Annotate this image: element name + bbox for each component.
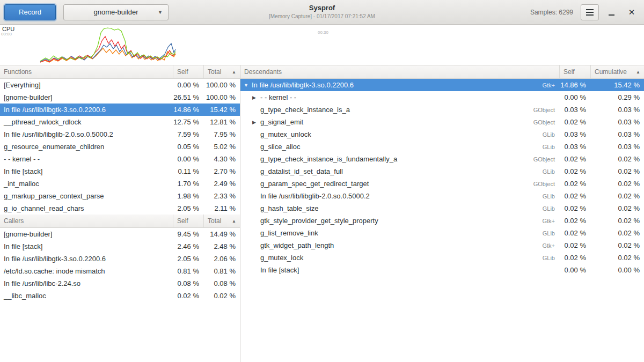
library-tag: GLib [543,255,559,261]
table-row[interactable]: /etc/ld.so.cache: inode mismatch0.81 %0.… [0,265,240,277]
table-row[interactable]: g_type_check_instance_is_aGObject0.03 %0… [240,104,644,116]
function-name-cell: [gnome-builder] [0,230,173,238]
table-row[interactable]: In file /usr/lib/libglib-2.0.so.0.5000.2… [240,190,644,202]
close-button[interactable]: ✕ [624,4,640,20]
self-value-cell: 0.02 % [559,167,590,175]
table-row[interactable]: In file /usr/lib/libc-2.24.so0.08 %0.08 … [0,277,240,290]
table-row[interactable]: In file /usr/lib/libgtk-3.so.0.2200.62.0… [0,253,240,265]
table-row[interactable]: [gnome-builder]9.45 %14.49 % [0,228,240,240]
table-row[interactable]: In file [stack]0.11 %2.70 % [0,165,240,178]
self-value-cell: 0.02 % [559,180,590,188]
cpu-series-red [40,36,175,62]
table-row[interactable]: gtk_widget_path_lengthGtk+0.02 %0.02 % [240,239,644,252]
table-row[interactable]: g_list_remove_linkGLib0.02 %0.02 % [240,227,644,239]
table-row[interactable]: g_datalist_id_set_data_fullGLib0.02 %0.0… [240,165,644,178]
function-name-cell: /etc/ld.so.cache: inode mismatch [0,267,173,275]
self-value-cell: 0.08 % [173,279,203,287]
cumulative-value-cell: 0.02 % [590,204,644,212]
function-name-cell: g_datalist_id_set_data_fullGLib [240,167,559,175]
table-row[interactable]: [gnome-builder]26.51 %100.00 % [0,91,240,104]
descendants-column-header[interactable]: Descendants [240,65,559,78]
expander-collapsed-icon[interactable]: ▶ [252,120,260,125]
time-tick-start: 00:00 [1,32,12,36]
cumulative-value-cell: 0.03 % [590,106,644,114]
descendants-row-list: ▼In file /usr/lib/libgtk-3.so.0.2200.6Gt… [240,79,644,276]
library-tag: GLib [543,131,559,138]
self-value-cell: 1.98 % [173,192,203,200]
header-bar: Record gnome-builder ▼ Sysprof [Memory C… [0,0,644,25]
expander-collapsed-icon[interactable]: ▶ [252,95,260,100]
table-row[interactable]: g_io_channel_read_chars2.05 %2.11 % [0,202,240,215]
hamburger-icon [586,9,594,16]
callers-column-header[interactable]: Callers [0,215,173,227]
total-value-cell: 2.70 % [203,167,240,175]
table-row[interactable]: _int_malloc1.70 %2.49 % [0,178,240,190]
function-name-cell: ▼In file /usr/lib/libgtk-3.so.0.2200.6Gt… [240,81,559,89]
self-column-header[interactable]: Self [173,215,203,227]
self-value-cell: 9.45 % [173,230,203,238]
table-row[interactable]: ▶g_signal_emitGObject0.02 %0.03 % [240,116,644,128]
function-name-cell: g_slice_allocGLib [240,143,559,151]
function-name-cell: g_type_check_instance_is_fundamentally_a… [240,155,559,163]
table-row[interactable]: - - kernel - -0.00 %4.30 % [0,153,240,165]
function-name-cell: g_markup_parse_context_parse [0,192,173,200]
self-column-header[interactable]: Self [559,65,590,78]
sort-indicator-icon: ▲ [232,219,236,224]
functions-row-list: [Everything]0.00 %100.00 %[gnome-builder… [0,79,240,215]
self-column-header[interactable]: Self [173,65,203,78]
self-value-cell: 0.11 % [173,167,203,175]
functions-column-header[interactable]: Functions [0,65,173,78]
table-row[interactable]: g_type_check_instance_is_fundamentally_a… [240,153,644,165]
table-row[interactable]: ▼In file /usr/lib/libgtk-3.so.0.2200.6Gt… [240,79,644,91]
menu-button[interactable] [581,4,599,20]
table-row[interactable]: ▶- - kernel - -0.00 %0.29 % [240,91,644,104]
function-name-cell: [gnome-builder] [0,93,173,101]
table-row[interactable]: g_slice_allocGLib0.03 %0.03 % [240,141,644,153]
table-row[interactable]: g_resource_enumerate_children0.05 %5.02 … [0,141,240,153]
total-column-header[interactable]: Total ▲ [203,215,240,227]
cumulative-value-cell: 0.03 % [590,130,644,138]
table-row[interactable]: In file /usr/lib/libgtk-3.so.0.2200.614.… [0,104,240,116]
function-name-cell: ▶g_signal_emitGObject [240,118,559,126]
total-value-cell: 2.48 % [203,242,240,250]
minimize-button[interactable] [603,4,619,20]
table-row[interactable]: [Everything]0.00 %100.00 % [0,79,240,91]
table-row[interactable]: g_mutex_unlockGLib0.03 %0.03 % [240,128,644,141]
self-value-cell: 14.86 % [173,106,203,114]
cpu-timeline[interactable]: CPU 00:00 00:30 [0,25,644,65]
table-row[interactable]: gtk_style_provider_get_style_propertyGtk… [240,215,644,227]
table-row[interactable]: g_param_spec_get_redirect_targetGObject0… [240,178,644,190]
record-button[interactable]: Record [4,4,56,20]
self-value-cell: 14.86 % [559,81,590,89]
self-value-cell: 0.00 % [173,81,203,89]
total-value-cell: 12.81 % [203,118,240,126]
table-row[interactable]: g_markup_parse_context_parse1.98 %2.33 % [0,190,240,202]
self-value-cell: 0.02 % [559,118,590,126]
table-row[interactable]: __pthread_rwlock_rdlock12.75 %12.81 % [0,116,240,128]
process-selector-dropdown[interactable]: gnome-builder ▼ [63,4,169,20]
function-name-cell: In file /usr/lib/libglib-2.0.so.0.5000.2 [0,130,173,138]
table-row[interactable]: g_hash_table_sizeGLib0.02 %0.02 % [240,202,644,215]
cumulative-value-cell: 0.03 % [590,118,644,126]
cumulative-column-header[interactable]: Cumulative ▲ [590,65,644,78]
table-row[interactable]: __libc_malloc0.02 %0.02 % [0,290,240,302]
self-value-cell: 0.02 % [559,217,590,225]
total-value-cell: 0.08 % [203,279,240,287]
self-value-cell: 0.00 % [173,155,203,163]
function-name-cell: In file /usr/lib/libc-2.24.so [0,279,173,287]
table-row[interactable]: In file [stack]2.46 %2.48 % [0,240,240,253]
table-row[interactable]: In file /usr/lib/libglib-2.0.so.0.5000.2… [0,128,240,141]
cumulative-value-cell: 0.02 % [590,180,644,188]
expander-open-icon[interactable]: ▼ [244,83,252,88]
total-value-cell: 14.49 % [203,230,240,238]
function-name-label: g_mutex_unlock [260,130,311,138]
functions-pane: Functions Self Total ▲ [Everything]0.00 … [0,65,240,362]
function-name-cell: _int_malloc [0,180,173,188]
self-value-cell: 0.81 % [173,267,203,275]
table-row[interactable]: g_mutex_lockGLib0.02 %0.02 % [240,252,644,264]
table-row[interactable]: In file [stack]0.00 %0.00 % [240,264,644,276]
function-name-cell: g_type_check_instance_is_aGObject [240,106,559,114]
function-name-cell: - - kernel - - [0,155,173,163]
library-tag: GLib [543,193,559,200]
total-column-header[interactable]: Total ▲ [203,65,240,78]
